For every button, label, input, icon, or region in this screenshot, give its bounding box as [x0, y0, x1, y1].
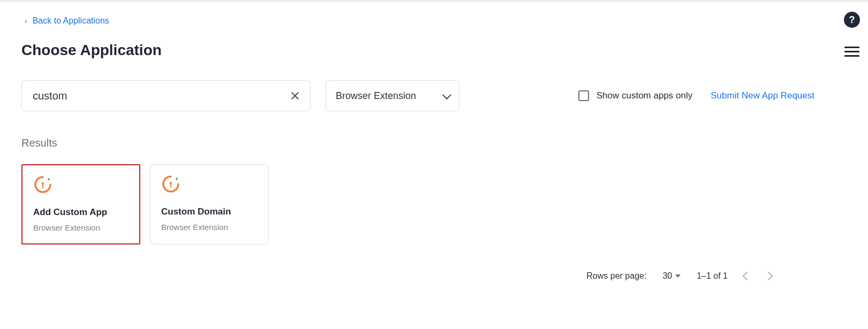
svg-rect-1	[42, 185, 43, 188]
chevron-left-icon: ‹	[25, 17, 27, 25]
pagination-arrows	[744, 273, 772, 279]
app-card-icon	[161, 174, 258, 196]
pagination-range: 1–1 of 1	[697, 271, 728, 281]
next-page-button[interactable]	[764, 272, 773, 281]
controls-row: Browser Extension Show custom apps only …	[21, 80, 814, 111]
app-card-title: Add Custom App	[33, 207, 129, 218]
right-rail: ?	[836, 0, 868, 329]
pagination-bar: Rows per page: 30 1–1 of 1	[586, 271, 772, 281]
svg-rect-3	[170, 184, 171, 188]
checkbox-label: Show custom apps only	[597, 90, 693, 101]
submit-new-app-request-link[interactable]: Submit New App Request	[711, 90, 814, 101]
caret-down-icon	[675, 274, 681, 278]
rows-value: 30	[662, 271, 672, 281]
rows-per-page-select[interactable]: 30	[662, 271, 681, 281]
page-title: Choose Application	[21, 42, 814, 59]
app-card-subtitle: Browser Extension	[161, 223, 258, 232]
checkbox-icon	[578, 90, 589, 101]
app-logo-icon	[33, 175, 52, 194]
clear-search-button[interactable]	[290, 90, 300, 101]
prev-page-button[interactable]	[743, 272, 752, 281]
help-button[interactable]: ?	[844, 12, 860, 28]
app-logo-icon	[161, 174, 180, 194]
show-custom-only-toggle[interactable]: Show custom apps only	[578, 90, 693, 101]
app-card-subtitle: Browser Extension	[33, 223, 129, 232]
app-card[interactable]: Add Custom AppBrowser Extension	[21, 164, 140, 244]
results-grid: Add Custom AppBrowser Extension Custom D…	[21, 164, 814, 244]
chevron-down-icon	[442, 90, 451, 100]
app-card[interactable]: Custom DomainBrowser Extension	[150, 164, 269, 244]
back-link-label: Back to Applications	[33, 16, 109, 26]
app-type-select[interactable]: Browser Extension	[326, 80, 459, 111]
search-field-wrap	[21, 80, 311, 111]
help-icon: ?	[849, 15, 855, 25]
app-card-icon	[33, 175, 129, 196]
back-to-applications-link[interactable]: ‹ Back to Applications	[21, 13, 109, 36]
select-value: Browser Extension	[336, 90, 416, 102]
rows-per-page-label: Rows per page:	[586, 271, 646, 281]
results-heading: Results	[21, 137, 814, 149]
menu-button[interactable]	[844, 44, 859, 59]
app-card-title: Custom Domain	[161, 206, 258, 217]
search-input[interactable]	[32, 89, 290, 103]
